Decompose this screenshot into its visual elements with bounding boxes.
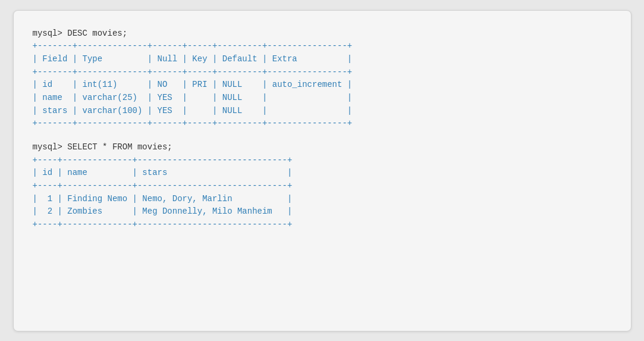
select-section: mysql> SELECT * FROM movies; +----+-----… xyxy=(33,141,612,231)
desc-section: mysql> DESC movies; +-------+-----------… xyxy=(33,27,612,131)
desc-command: mysql> DESC movies; xyxy=(33,27,612,40)
desc-table: +-------+--------------+------+-----+---… xyxy=(33,40,612,130)
terminal-window: mysql> DESC movies; +-------+-----------… xyxy=(13,10,632,331)
select-command: mysql> SELECT * FROM movies; xyxy=(33,141,612,154)
select-table: +----+--------------+-------------------… xyxy=(33,154,612,231)
